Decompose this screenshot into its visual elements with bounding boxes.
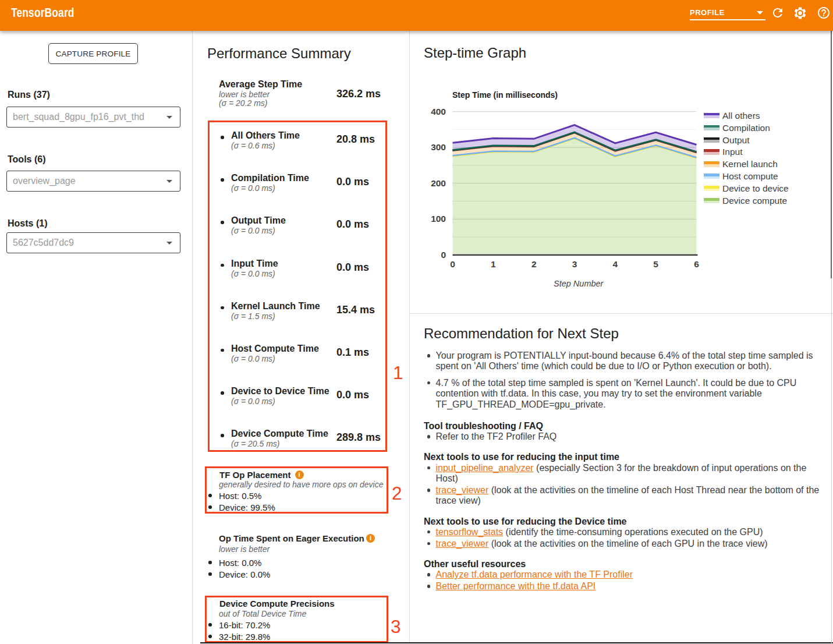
svg-text:400: 400: [431, 107, 446, 116]
svg-text:0: 0: [441, 250, 446, 260]
svg-text:1: 1: [491, 259, 496, 269]
svg-text:4: 4: [612, 259, 618, 269]
svg-text:2: 2: [531, 259, 537, 269]
svg-text:0: 0: [450, 259, 455, 269]
svg-text:3: 3: [572, 259, 577, 269]
svg-text:200: 200: [431, 178, 446, 188]
svg-text:6: 6: [694, 259, 699, 269]
svg-text:5: 5: [653, 259, 658, 269]
svg-text:100: 100: [431, 214, 446, 224]
svg-text:300: 300: [431, 142, 446, 152]
